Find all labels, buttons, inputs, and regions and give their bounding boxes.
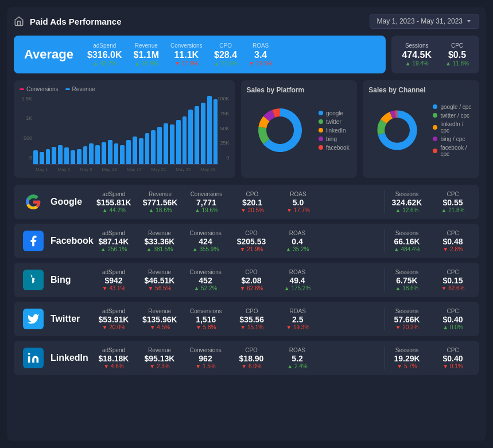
bar-bar <box>195 106 199 164</box>
bar-bar <box>139 138 143 164</box>
platform-metric-value: 962 <box>199 354 212 363</box>
divider <box>385 268 385 291</box>
platform-metric-change: ▲ 355.9% <box>192 246 219 252</box>
donut-legend-item: bing <box>319 136 350 142</box>
donut-legend-item: facebook <box>319 145 350 151</box>
page-title: Paid Ads Performance <box>30 17 122 26</box>
donut-legend-item: linkedIn / cpc <box>433 121 473 134</box>
google-metric-cell: Revenue $771.56K ▲ 18.6% <box>143 191 178 213</box>
bing-metrics: adSpend $942 ▼ 43.1% Revenue $46.51K ▼ 5… <box>96 269 380 291</box>
date-selector[interactable]: May 1, 2023 - May 31, 2023 <box>370 14 479 29</box>
metric-value: $316.0K <box>87 50 122 60</box>
platform-row-google: Google adSpend $155.81K ▲ 44.2% Revenue … <box>14 185 479 219</box>
platform-metric-value: $2.08 <box>241 276 261 285</box>
donut-dot <box>319 128 323 133</box>
platform-metric-change: ▼ 17.7% <box>286 207 310 213</box>
channel-donut-svg <box>368 99 426 162</box>
platform-session-value: $0.40 <box>442 354 463 363</box>
platform-metric-label: ROAS <box>289 269 305 275</box>
bar-bar <box>89 143 94 164</box>
donut-legend-item: facebook / cpc <box>433 145 473 157</box>
platform-metric-label: Revenue <box>148 308 171 314</box>
bar-bar <box>33 150 38 164</box>
platform-session-change: ▲ 484.4% <box>394 246 421 252</box>
bar-item <box>207 96 212 164</box>
platform-session-change: ▼ 62.6% <box>441 285 464 291</box>
platform-metric-value: $33.36K <box>145 237 175 246</box>
twitter-session-cell: Sessions 57.66K ▼ 20.2% <box>390 308 424 330</box>
platform-metric-label: adSpend <box>102 269 125 275</box>
bar-bar <box>71 150 75 164</box>
platform-metric-value: 49.4 <box>289 276 305 285</box>
bar-item <box>151 96 156 164</box>
google-metric-cell: adSpend $155.81K ▲ 44.2% <box>96 191 131 213</box>
donut-dot <box>319 111 323 115</box>
google-logo <box>23 192 44 212</box>
bing-metric-cell: adSpend $942 ▼ 43.1% <box>96 269 131 291</box>
chevron-down-icon <box>466 18 472 24</box>
bar-item <box>102 96 106 164</box>
donut-legend-item: twitter <box>319 119 350 125</box>
bing-metric-cell: Conversions 452 ▲ 52.2% <box>188 269 223 291</box>
platform-metric-change: ▼ 19.3% <box>286 324 309 330</box>
platform-row-linkedin: LinkedIn adSpend $18.18K ▼ 4.6% Revenue … <box>14 341 479 375</box>
twitter-metric-cell: Conversions 1,516 ▼ 5.8% <box>189 308 223 330</box>
platform-session-value: $0.15 <box>442 276 463 285</box>
donut-legend-label: linkedIn / cpc <box>440 121 473 134</box>
platform-session-change: ▼ 20.2% <box>395 324 418 330</box>
facebook-logo <box>23 231 44 251</box>
bar-bar <box>176 120 181 164</box>
legend-color <box>65 88 70 90</box>
platform-session-value: $0.55 <box>442 198 463 207</box>
platform-metric-value: 424 <box>199 237 212 246</box>
platform-session-change: ▼ 5.7% <box>397 363 417 369</box>
y-axis-left-1: 1.5K <box>20 96 32 102</box>
linkedin-metric-cell: Conversions 962 ▼ 1.5% <box>188 347 223 369</box>
platform-metric-label: Conversions <box>189 347 222 353</box>
metric-change: ▲ 11.8% <box>445 60 469 67</box>
platform-metric-change: ▼ 20.5% <box>240 207 264 213</box>
platform-session-change: ▲ 0.0% <box>442 324 463 330</box>
platform-session-label: CPC <box>447 308 459 314</box>
platform-session-label: Sessions <box>395 308 419 314</box>
y-axis-left-3: 500 <box>20 135 32 141</box>
bar-item <box>64 96 69 164</box>
platform-metric-value: 7,771 <box>196 198 216 207</box>
metric-value: 3.4 <box>254 50 267 60</box>
bar-item <box>77 96 81 164</box>
platform-metric-change: ▼ 5.8% <box>196 324 216 330</box>
platform-metric-change: ▼ 4.6% <box>103 363 123 369</box>
divider <box>385 190 385 213</box>
google-metric-cell: CPO $20.1 ▼ 20.5% <box>235 191 269 213</box>
platform-metric-label: CPO <box>245 230 258 236</box>
platform-metric-change: ▲ 52.2% <box>193 285 217 291</box>
bar-bar <box>188 110 193 164</box>
home-icon <box>14 16 24 26</box>
sales-by-platform-chart: googletwitterlinkedInbingfacebook <box>247 99 352 162</box>
y-axis-right-1: 100K <box>212 96 230 102</box>
platform-metric-value: 452 <box>199 276 212 285</box>
metric-value: 11.1K <box>174 50 199 60</box>
platform-metric-value: 5.2 <box>292 354 302 363</box>
platform-metric-value: $87.14K <box>99 237 129 246</box>
platform-metric-change: ▼ 1.5% <box>195 363 215 369</box>
bar-bar <box>170 124 174 164</box>
platform-session-value: $0.40 <box>442 315 463 324</box>
platform-metric-label: ROAS <box>290 191 306 197</box>
platforms-container: Google adSpend $155.81K ▲ 44.2% Revenue … <box>14 185 479 375</box>
bing-metric-cell: Revenue $46.51K ▼ 56.5% <box>142 269 177 291</box>
metric-change: ▼ 17.8% <box>174 60 198 67</box>
platform-metric-change: ▲ 19.6% <box>195 207 218 213</box>
x-label-4: May 13 <box>102 167 117 172</box>
header: Paid Ads Performance May 1, 2023 - May 3… <box>14 14 479 29</box>
avg-sessions-card: Sessions 474.5K ▲ 19.4% CPC $0.5 ▲ 11.8% <box>391 36 479 73</box>
twitter-metric-cell: adSpend $53.91K ▼ 20.0% <box>96 308 131 330</box>
donut-legend-item: bing / cpc <box>433 136 473 142</box>
platform-session-value: 57.66K <box>394 315 420 324</box>
bing-metric-cell: ROAS 49.4 ▲ 175.2% <box>280 269 315 291</box>
platform-metric-value: $942 <box>104 276 122 285</box>
platform-metric-label: adSpend <box>102 230 125 236</box>
linkedin-session-cell: CPC $0.40 ▼ 0.1% <box>436 347 470 369</box>
metric-change: ▲ 16.8% <box>134 60 158 67</box>
x-label-3: May 9 <box>80 167 92 172</box>
